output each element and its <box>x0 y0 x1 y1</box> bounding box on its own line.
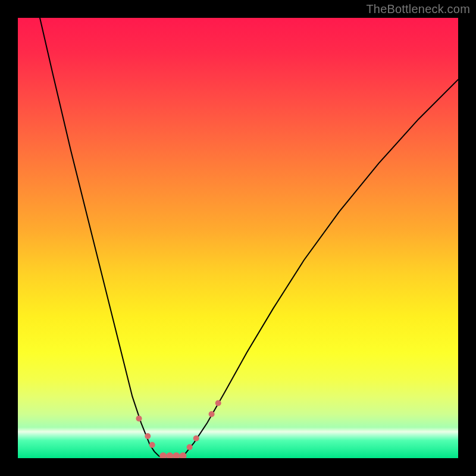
marker-dot <box>145 433 151 439</box>
marker-dot <box>136 415 142 421</box>
marker-dot <box>173 452 180 458</box>
marker-dot <box>215 400 221 406</box>
marker-dot <box>149 442 155 448</box>
frame: TheBottleneck.com <box>0 0 476 476</box>
markers <box>136 400 221 459</box>
marker-dot <box>159 452 167 458</box>
plot-area <box>18 18 458 458</box>
marker-dot <box>166 452 173 458</box>
right-curve <box>181 80 458 458</box>
marker-dot <box>187 444 193 450</box>
marker-dot <box>209 411 215 417</box>
watermark-text: TheBottleneck.com <box>366 2 470 16</box>
marker-dot <box>193 436 199 441</box>
left-curve <box>40 18 163 458</box>
chart-svg <box>18 18 458 458</box>
